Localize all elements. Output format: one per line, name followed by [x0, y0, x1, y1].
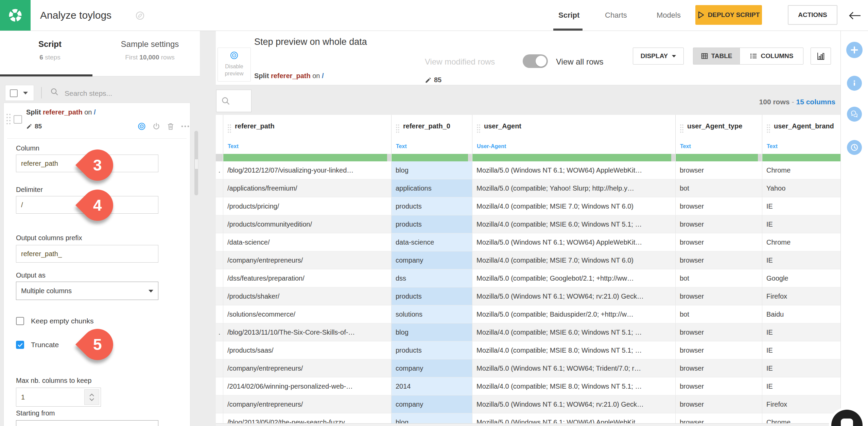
- column-drag-handle-icon[interactable]: [766, 124, 770, 134]
- sidebar-tabs: Script 6 steps Sample settings First 10,…: [0, 31, 200, 76]
- keep-empty-chunks-row: Keep empty chunks: [16, 317, 93, 325]
- disable-step-power-icon[interactable]: [152, 122, 160, 130]
- delete-step-trash-icon[interactable]: [167, 122, 175, 130]
- column-drag-handle-icon[interactable]: [396, 124, 400, 134]
- table-cell: Mozilla/5.0 (compatible; Baiduspider/2.0…: [472, 305, 676, 323]
- table-cell: 2014: [392, 377, 472, 395]
- sidebar-tab-sample-settings[interactable]: Sample settings First 10,000 rows: [100, 31, 200, 76]
- discussions-button[interactable]: [847, 107, 862, 122]
- column-drag-handle-icon[interactable]: [227, 124, 231, 134]
- table-cell: browser: [676, 341, 762, 359]
- keep-empty-chunks-checkbox[interactable]: [16, 317, 24, 325]
- table-cell: Mozilla/5.0 (compatible; Yahoo! Slurp; h…: [472, 179, 676, 197]
- table-body: ./blog/2012/12/07/visualizing-your-linke…: [216, 161, 840, 426]
- stepper-up-icon[interactable]: [89, 393, 94, 397]
- column-type[interactable]: Text: [228, 143, 239, 149]
- tab-models[interactable]: Models: [657, 0, 681, 31]
- column-type[interactable]: Text: [767, 143, 778, 149]
- table-cell: /company/entrepreneurs/: [223, 395, 392, 413]
- table-cell: browser: [676, 161, 762, 179]
- analyze-chart-button[interactable]: [811, 48, 831, 65]
- view-modified-rows-label[interactable]: View modified rows: [425, 57, 495, 67]
- more-options-icon[interactable]: [181, 122, 190, 130]
- dataiku-logo-icon[interactable]: [0, 0, 31, 31]
- table-cell: products: [392, 341, 472, 359]
- select-all-checkbox[interactable]: [10, 89, 18, 97]
- table-cell: IE: [762, 359, 840, 377]
- table-cell: Mozilla/4.0 (compatible; MSIE 7.0; Windo…: [472, 197, 676, 215]
- number-stepper[interactable]: [84, 389, 99, 405]
- table-cell: Firefox: [762, 395, 840, 413]
- starting-from-select[interactable]: Beginning: [16, 420, 158, 426]
- table-cell: /blog/2012/12/07/visualizing-your-linked…: [223, 161, 392, 179]
- column-header-user_Agent[interactable]: user_AgentUser-Agent: [472, 115, 676, 154]
- horizontal-scrollbar[interactable]: [216, 423, 840, 426]
- select-all-steps-dropdown[interactable]: [5, 85, 34, 101]
- column-type[interactable]: Text: [396, 143, 407, 149]
- table-cell: IE: [762, 377, 840, 395]
- view-all-rows-label[interactable]: View all rows: [556, 57, 604, 67]
- search-icon: [221, 96, 231, 106]
- truncate-checkbox[interactable]: [16, 341, 24, 349]
- tab-script[interactable]: Script: [558, 0, 579, 31]
- table-cell: /solutions/ecommerce/: [223, 305, 392, 323]
- sidebar-active-tab-underline: [0, 74, 92, 76]
- add-button[interactable]: [846, 42, 863, 58]
- keep-empty-chunks-label: Keep empty chunks: [31, 317, 93, 325]
- display-dropdown-button[interactable]: DISPLAY: [633, 48, 684, 65]
- drag-handle-icon[interactable]: [6, 113, 11, 125]
- column-drag-handle-icon[interactable]: [680, 124, 684, 134]
- preview-eye-icon[interactable]: [137, 122, 146, 131]
- table-cell: Yahoo: [762, 179, 840, 197]
- column-count[interactable]: 15 columns: [796, 98, 835, 106]
- column-type[interactable]: Text: [680, 143, 691, 149]
- chat-window-icon: [841, 419, 853, 426]
- table-cell: /products/communityedition/: [223, 215, 392, 233]
- prefix-input[interactable]: [16, 245, 158, 263]
- table-cell: products: [392, 215, 472, 233]
- table-row: /products/pricing/productsMozilla/4.0 (c…: [216, 197, 840, 215]
- column-drag-handle-icon[interactable]: [476, 124, 481, 134]
- column-header-user_Agent_type[interactable]: user_Agent_typeText: [676, 115, 762, 154]
- sidebar-tab-script[interactable]: Script 6 steps: [0, 31, 100, 76]
- search-steps-input[interactable]: [64, 86, 177, 101]
- table-view-button[interactable]: TABLE: [693, 48, 740, 64]
- table-cell: Mozilla/4.0 (compatible; MSIE 8.0; Windo…: [472, 377, 676, 395]
- output-as-value: Multiple columns: [21, 287, 72, 295]
- compass-icon[interactable]: [135, 11, 145, 20]
- history-button[interactable]: [847, 140, 862, 155]
- play-icon: [698, 11, 705, 19]
- column-validity-bar: [223, 154, 392, 161]
- table-cell: Mozilla/4.0 (compatible; MSIE 6.0; Windo…: [472, 215, 676, 233]
- rows-view-toggle[interactable]: [523, 54, 548, 68]
- table-cell: data-science: [392, 233, 472, 251]
- columns-view-button[interactable]: COLUMNS: [740, 48, 803, 64]
- stepper-down-icon[interactable]: [89, 398, 94, 401]
- sidebar-tab-sample-label: Sample settings: [100, 39, 200, 49]
- table-cell: Mozilla/5.0 (compatible; Googlebot/2.1; …: [472, 269, 676, 287]
- table-cell: Mozilla/4.0 (compatible; MSIE 8.0; Windo…: [472, 341, 676, 359]
- row-count: 100 rows: [759, 98, 790, 106]
- panel-splitter-handle[interactable]: [194, 131, 198, 195]
- column-header-referer_path_0[interactable]: referer_path_0Text: [392, 115, 472, 154]
- column-type[interactable]: User-Agent: [477, 143, 506, 149]
- table-row: /products/shaker/productsMozilla/5.0 (Wi…: [216, 287, 840, 305]
- output-as-select[interactable]: Multiple columns: [16, 282, 158, 300]
- table-cell: Mozilla/5.0 (Windows NT 6.1; WOW64) Appl…: [472, 233, 676, 251]
- column-header-user_Agent_brand[interactable]: user_Agent_brandText: [762, 115, 840, 154]
- info-button[interactable]: [847, 76, 862, 91]
- plus-icon: [850, 46, 859, 54]
- disable-preview-button[interactable]: Disablepreview: [218, 48, 251, 82]
- actions-button[interactable]: ACTIONS: [788, 5, 837, 25]
- step-checkbox[interactable]: [14, 115, 22, 124]
- deploy-script-button[interactable]: DEPLOY SCRIPT: [695, 5, 762, 25]
- data-table: referer_pathTextreferer_path_0Textuser_A…: [216, 115, 840, 426]
- back-arrow-icon[interactable]: [848, 11, 861, 20]
- card-divider: [7, 138, 187, 139]
- sidebar-tab-script-sub: 6 steps: [0, 54, 100, 61]
- table-cell: Mozilla/4.0 (compatible; MSIE 6.0; Windo…: [472, 323, 676, 341]
- column-header-referer_path[interactable]: referer_pathText: [223, 115, 392, 154]
- table-search-box[interactable]: [216, 90, 251, 112]
- pencil-icon: [425, 77, 432, 84]
- tab-charts[interactable]: Charts: [605, 0, 627, 31]
